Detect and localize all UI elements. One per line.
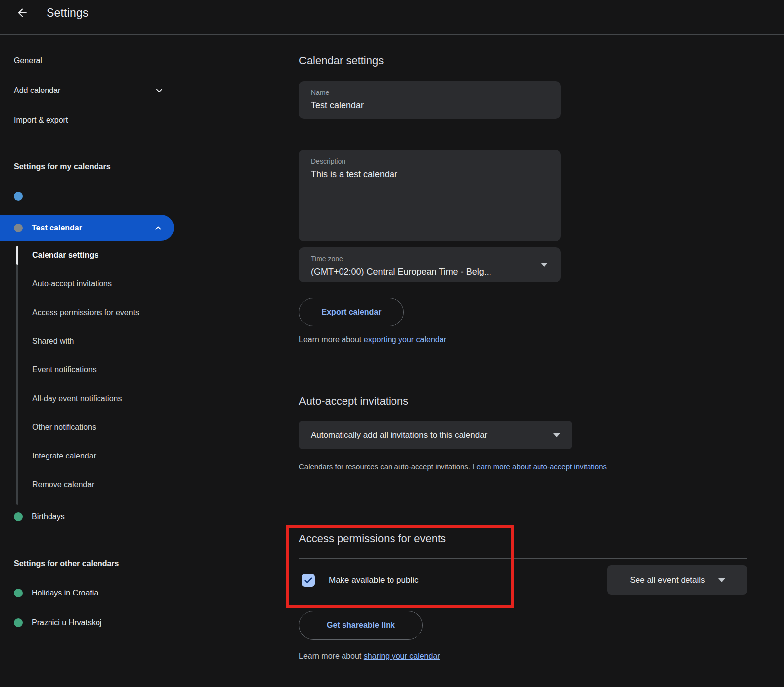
my-calendars-section-header: Settings for my calendars	[0, 159, 287, 174]
subnav-active-indicator	[16, 246, 18, 265]
subnav-item-event-notifications[interactable]: Event notifications	[0, 356, 174, 384]
divider	[299, 601, 747, 601]
subnav-item-shared-with[interactable]: Shared with	[0, 327, 174, 356]
description-field-label: Description	[311, 156, 549, 166]
checkmark-icon	[303, 575, 313, 585]
auto-accept-dropdown-value: Automatically add all invitations to thi…	[311, 430, 487, 440]
subnav-item-remove-calendar[interactable]: Remove calendar	[0, 470, 174, 499]
calendar-row-holidays-croatia[interactable]: Holidays in Croatia	[0, 586, 287, 600]
description-field-value: This is a test calendar	[311, 168, 549, 181]
calendar-color-dot	[14, 589, 23, 597]
page-title: Settings	[47, 6, 89, 20]
name-field[interactable]: Name Test calendar	[299, 81, 561, 119]
dropdown-arrow-icon	[718, 578, 725, 582]
sidebar-item-add-calendar[interactable]: Add calendar	[0, 83, 174, 98]
visibility-level-dropdown[interactable]: See all event details	[607, 565, 747, 595]
auto-accept-heading: Auto-accept invitations	[299, 394, 747, 409]
sidebar: General Add calendar Import & export Set…	[0, 35, 287, 630]
test-calendar-subnav: Calendar settings Auto-accept invitation…	[0, 241, 174, 499]
make-public-row: Make available to public See all event d…	[299, 559, 747, 601]
calendar-color-dot	[14, 224, 23, 232]
sharing-your-calendar-link[interactable]: sharing your calendar	[364, 652, 440, 660]
subnav-item-integrate-calendar[interactable]: Integrate calendar	[0, 442, 174, 470]
make-public-label: Make available to public	[329, 575, 418, 585]
sharing-learn-more-text: Learn more about sharing your calendar	[299, 651, 747, 662]
other-calendars-section-header: Settings for other calendars	[0, 556, 287, 571]
make-public-checkbox[interactable]	[302, 574, 315, 587]
arrow-left-icon	[16, 6, 29, 19]
calendar-row-unnamed[interactable]	[0, 189, 287, 204]
export-learn-more-text: Learn more about exporting your calendar	[299, 334, 747, 345]
calendar-color-dot	[14, 192, 23, 201]
calendar-row-test-calendar-selected[interactable]: Test calendar	[0, 215, 174, 241]
subnav-item-auto-accept-invitations[interactable]: Auto-accept invitations	[0, 270, 174, 298]
chevron-down-icon	[154, 86, 164, 95]
access-permissions-heading: Access permissions for events	[299, 525, 747, 546]
timezone-select[interactable]: Time zone (GMT+02:00) Central European T…	[299, 247, 561, 282]
subnav-item-access-permissions[interactable]: Access permissions for events	[0, 298, 174, 327]
get-shareable-link-button[interactable]: Get shareable link	[299, 611, 423, 640]
subnav-item-other-notifications[interactable]: Other notifications	[0, 413, 174, 442]
dropdown-arrow-icon	[541, 263, 548, 267]
auto-accept-caption: Calendars for resources can auto-accept …	[299, 461, 747, 472]
subnav-item-calendar-settings[interactable]: Calendar settings	[0, 241, 174, 270]
calendar-row-praznici[interactable]: Praznici u Hrvatskoj	[0, 615, 287, 630]
sidebar-item-general[interactable]: General	[0, 53, 174, 68]
name-field-label: Name	[311, 88, 549, 97]
auto-accept-learn-more-link[interactable]: Learn more about auto-accept invitations	[472, 462, 607, 471]
visibility-level-value: See all event details	[630, 575, 705, 585]
calendar-settings-heading: Calendar settings	[299, 53, 747, 68]
settings-content: Calendar settings Name Test calendar Des…	[299, 35, 747, 662]
chevron-up-icon	[153, 223, 163, 233]
calendar-color-dot	[14, 512, 23, 521]
timezone-value: (GMT+02:00) Central European Time - Belg…	[311, 265, 549, 278]
subnav-item-all-day-event-notifications[interactable]: All-day event notifications	[0, 384, 174, 413]
name-field-value: Test calendar	[311, 99, 549, 112]
calendar-color-dot	[14, 618, 23, 627]
subnav-rail	[16, 246, 18, 505]
access-permissions-section: Access permissions for events Make avail…	[299, 525, 747, 601]
timezone-label: Time zone	[311, 254, 549, 264]
dropdown-arrow-icon	[553, 433, 560, 437]
sidebar-item-import-export[interactable]: Import & export	[0, 113, 174, 128]
export-calendar-button[interactable]: Export calendar	[299, 298, 404, 326]
topbar: Settings	[0, 0, 784, 35]
calendar-row-birthdays[interactable]: Birthdays	[0, 509, 287, 524]
back-button[interactable]	[15, 5, 30, 20]
description-field[interactable]: Description This is a test calendar	[299, 150, 561, 241]
calendar-settings-page: Settings General Add calendar Import & e…	[0, 0, 784, 687]
auto-accept-dropdown[interactable]: Automatically add all invitations to thi…	[299, 421, 572, 449]
exporting-your-calendar-link[interactable]: exporting your calendar	[364, 335, 446, 344]
